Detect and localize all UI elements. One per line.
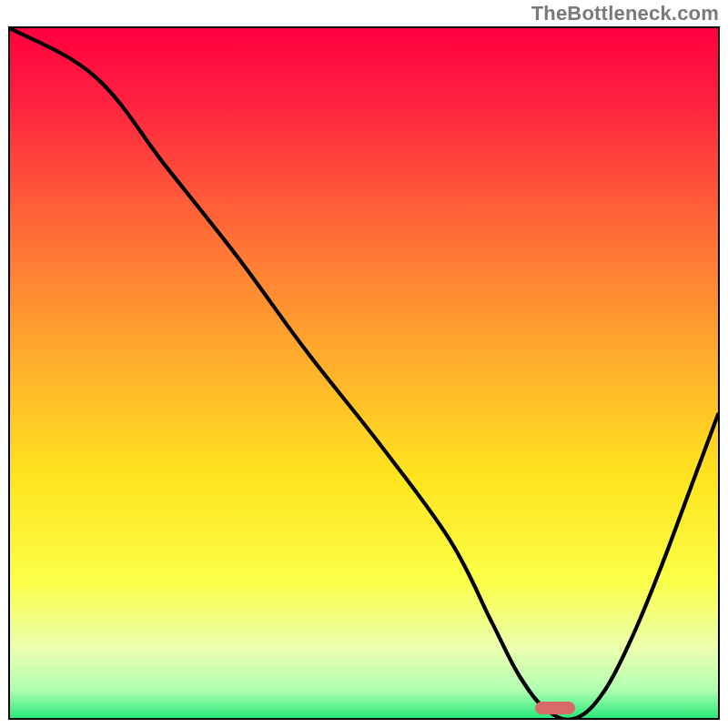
- watermark-text: TheBottleneck.com: [531, 2, 719, 25]
- svg-rect-0: [10, 28, 718, 718]
- optimum-marker: [535, 702, 575, 714]
- chart-container: TheBottleneck.com: [0, 0, 728, 728]
- background-gradient: [10, 28, 718, 718]
- plot-area: [8, 26, 720, 720]
